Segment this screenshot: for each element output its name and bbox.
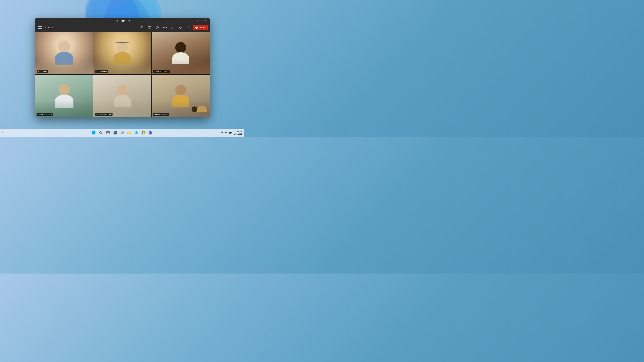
file-explorer-icon: [127, 131, 131, 135]
svg-text:T: T: [149, 132, 150, 134]
self-view-video: [190, 103, 208, 115]
svg-rect-19: [94, 133, 96, 134]
svg-point-8: [156, 26, 159, 29]
task-view-button[interactable]: [105, 130, 111, 136]
tray-chevron-icon[interactable]: ⌃: [2, 132, 3, 134]
person-video-sarah: [152, 32, 210, 74]
reactions-button[interactable]: [154, 24, 160, 31]
close-button[interactable]: ✕: [202, 18, 210, 23]
svg-rect-28: [115, 132, 116, 133]
svg-rect-23: [108, 131, 110, 132]
leave-label: Leave: [199, 26, 205, 29]
svg-rect-25: [108, 133, 110, 134]
svg-rect-26: [114, 131, 115, 133]
widgets-button[interactable]: [112, 130, 118, 136]
task-view-icon: [106, 131, 110, 135]
chat-taskbar-icon: [120, 131, 124, 135]
taskbar-icons: T: [90, 130, 154, 136]
svg-rect-30: [114, 134, 116, 134]
window-controls: — □ ✕: [186, 18, 210, 23]
call-toolbar: 00:22:06: [35, 23, 210, 32]
name-tag-chris: Chris Naidoo: [95, 70, 108, 73]
video-grid: Matt Davis Chris Naidoo: [35, 32, 210, 117]
title-bar: TGIF Happy Hour — □ ✕: [35, 18, 210, 23]
svg-marker-44: [225, 132, 226, 133]
svg-point-9: [157, 27, 157, 27]
wifi-icon[interactable]: [220, 131, 223, 134]
grid-cell: [40, 26, 42, 27]
start-button[interactable]: [90, 130, 97, 136]
name-tag-danielle: Danielle Booker: [153, 113, 169, 116]
svg-rect-12: [180, 26, 181, 28]
chat-icon: [148, 26, 151, 29]
teams-window: TGIF Happy Hour — □ ✕ 00:22:06: [35, 18, 210, 117]
chat-taskbar-button[interactable]: [119, 130, 126, 136]
toolbar-right: •••: [139, 24, 208, 31]
svg-rect-17: [94, 131, 96, 133]
video-cell-charlotte: Charlotte de Crum: [94, 75, 151, 117]
minimize-button[interactable]: —: [186, 18, 194, 23]
svg-point-10: [158, 27, 158, 27]
grid-view-button[interactable]: [37, 25, 42, 30]
name-tag-babak: Babak Shammas: [36, 113, 53, 116]
participants-icon: [140, 26, 144, 29]
svg-rect-22: [106, 131, 108, 132]
clock-time: 11:11 AM: [234, 130, 242, 133]
mic-button[interactable]: [177, 24, 184, 31]
toolbar-left: 00:22:06: [37, 25, 53, 30]
self-view-thumbnail[interactable]: [190, 103, 208, 115]
reactions-icon: [156, 26, 159, 29]
chat-button[interactable]: [146, 24, 153, 31]
svg-rect-47: [229, 132, 231, 133]
grid-cell: [38, 28, 40, 29]
edge-icon: [134, 131, 138, 135]
name-tag-matt: Matt Davis: [36, 70, 48, 73]
search-taskbar-button[interactable]: [98, 130, 104, 136]
grid-cell: [38, 26, 40, 27]
teams-taskbar-button[interactable]: T: [147, 130, 154, 136]
taskbar-tray-overflow: ⌃: [2, 132, 3, 134]
taskbar: ⌃: [0, 129, 244, 137]
system-clock[interactable]: 11:11 AM 6/24/2021: [234, 130, 242, 135]
mic-icon: [179, 26, 182, 29]
ellipsis-icon: •••: [163, 26, 167, 29]
search-taskbar-icon: [99, 131, 103, 135]
svg-point-32: [121, 132, 122, 133]
file-explorer-button[interactable]: [126, 130, 132, 136]
participants-button[interactable]: [139, 24, 145, 31]
person-video-matt: [35, 32, 93, 74]
svg-point-5: [141, 26, 142, 27]
video-cell-danielle: Danielle Booker: [152, 75, 210, 117]
svg-rect-29: [114, 133, 116, 134]
name-tag-charlotte: Charlotte de Crum: [95, 113, 112, 116]
camera-icon: [171, 26, 174, 29]
call-timer: 00:22:06: [44, 26, 53, 29]
share-icon: [186, 26, 190, 29]
edge-button[interactable]: [133, 130, 140, 136]
video-cell-chris: Chris Naidoo: [94, 32, 151, 74]
clock-date: 6/24/2021: [234, 133, 242, 135]
leave-button[interactable]: Leave: [193, 25, 208, 30]
tray-icons: [220, 131, 232, 134]
svg-point-6: [142, 26, 143, 27]
person-video-chris: [94, 32, 151, 74]
more-options-button[interactable]: •••: [162, 24, 168, 31]
svg-line-21: [102, 133, 102, 134]
svg-rect-7: [148, 26, 151, 28]
name-tag-sarah: Sarah Thompson: [153, 70, 170, 73]
volume-icon[interactable]: [224, 131, 227, 134]
store-icon: [142, 131, 145, 135]
grid-cell: [40, 28, 42, 29]
store-button[interactable]: [140, 130, 146, 136]
svg-rect-16: [92, 131, 94, 133]
maximize-button[interactable]: □: [194, 18, 202, 23]
svg-rect-18: [92, 133, 94, 134]
camera-button[interactable]: [170, 24, 176, 31]
svg-point-33: [122, 132, 122, 133]
phone-icon: [196, 26, 198, 29]
video-cell-sarah: Sarah Thompson: [152, 32, 210, 74]
battery-icon[interactable]: [228, 132, 232, 134]
share-button[interactable]: [185, 24, 191, 31]
system-tray: 11:11 AM 6/24/2021: [220, 129, 242, 137]
svg-rect-11: [172, 27, 174, 28]
